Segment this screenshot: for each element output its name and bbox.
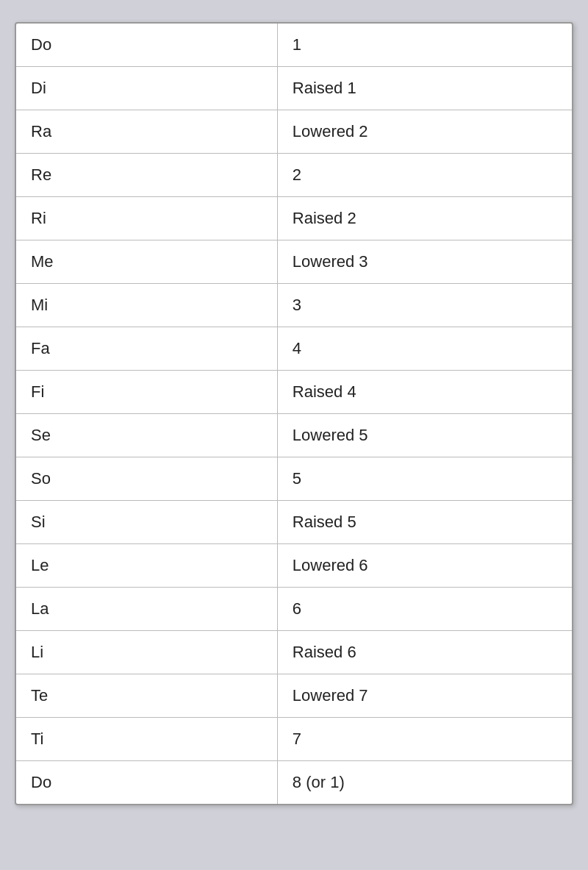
solfege-cell: So — [16, 457, 277, 501]
scale-cell: Lowered 2 — [277, 110, 572, 154]
table-row: RaLowered 2 — [16, 110, 572, 154]
table-row: La6 — [16, 588, 572, 631]
table-row: Do1 — [16, 24, 572, 67]
scale-cell: Lowered 6 — [277, 544, 572, 588]
solfege-cell: Do — [16, 761, 277, 805]
table-row: Do8 (or 1) — [16, 761, 572, 805]
solfege-cell: Si — [16, 501, 277, 544]
solfege-cell: Le — [16, 544, 277, 588]
scale-cell: 1 — [277, 24, 572, 67]
scale-cell: Raised 5 — [277, 501, 572, 544]
scale-cell: 8 (or 1) — [277, 761, 572, 805]
scale-cell: Lowered 7 — [277, 674, 572, 718]
table-row: So5 — [16, 457, 572, 501]
table-row: RiRaised 2 — [16, 197, 572, 240]
scale-cell: Raised 2 — [277, 197, 572, 240]
solfege-cell: Te — [16, 674, 277, 718]
scale-cell: Raised 6 — [277, 631, 572, 674]
table-row: LeLowered 6 — [16, 544, 572, 588]
solfege-cell: Se — [16, 414, 277, 457]
solfege-cell: Ti — [16, 718, 277, 761]
scale-cell: 6 — [277, 588, 572, 631]
scale-cell: 7 — [277, 718, 572, 761]
scale-cell: Lowered 3 — [277, 240, 572, 284]
table-row: MeLowered 3 — [16, 240, 572, 284]
solfege-cell: Fi — [16, 371, 277, 414]
solfege-cell: La — [16, 588, 277, 631]
solfege-cell: Ra — [16, 110, 277, 154]
scale-cell: Raised 4 — [277, 371, 572, 414]
scale-cell: 2 — [277, 154, 572, 197]
solfege-table-container: Do1DiRaised 1RaLowered 2Re2RiRaised 2MeL… — [15, 22, 573, 805]
solfege-cell: Fa — [16, 327, 277, 371]
table-row: TeLowered 7 — [16, 674, 572, 718]
scale-cell: 5 — [277, 457, 572, 501]
table-row: Re2 — [16, 154, 572, 197]
scale-cell: 3 — [277, 284, 572, 327]
table-row: DiRaised 1 — [16, 67, 572, 110]
table-row: Fa4 — [16, 327, 572, 371]
solfege-cell: Li — [16, 631, 277, 674]
solfege-cell: Me — [16, 240, 277, 284]
solfege-cell: Do — [16, 24, 277, 67]
table-row: LiRaised 6 — [16, 631, 572, 674]
solfege-table: Do1DiRaised 1RaLowered 2Re2RiRaised 2MeL… — [16, 24, 572, 804]
table-row: Mi3 — [16, 284, 572, 327]
solfege-cell: Di — [16, 67, 277, 110]
table-row: Ti7 — [16, 718, 572, 761]
scale-cell: Raised 1 — [277, 67, 572, 110]
table-row: SeLowered 5 — [16, 414, 572, 457]
table-row: SiRaised 5 — [16, 501, 572, 544]
solfege-cell: Ri — [16, 197, 277, 240]
solfege-cell: Re — [16, 154, 277, 197]
scale-cell: Lowered 5 — [277, 414, 572, 457]
solfege-cell: Mi — [16, 284, 277, 327]
table-row: FiRaised 4 — [16, 371, 572, 414]
scale-cell: 4 — [277, 327, 572, 371]
